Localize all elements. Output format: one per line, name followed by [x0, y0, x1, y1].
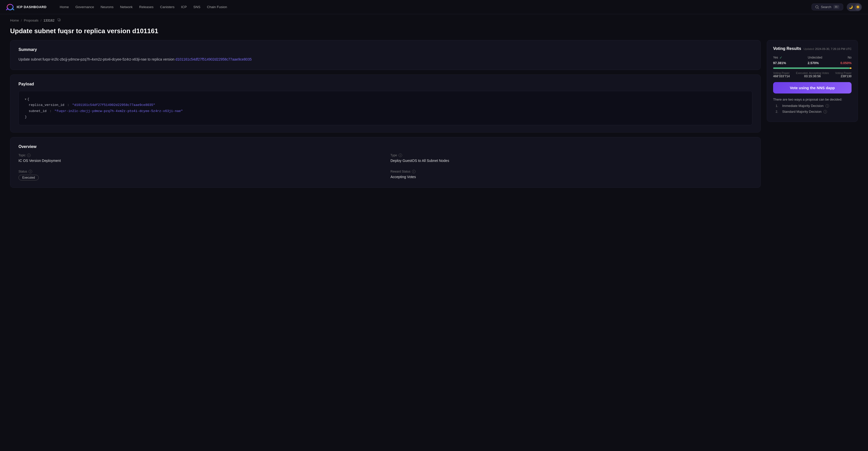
vote-power-row: Voting Power 468'333'714 Executed, Accep… [773, 72, 851, 78]
updated-label: Updated [803, 47, 814, 50]
decision-2-info-icon[interactable]: i [824, 110, 827, 114]
nav-home[interactable]: Home [57, 4, 72, 10]
overview-title: Overview [19, 144, 752, 149]
type-label: Type i [391, 153, 752, 157]
undecided-label: Undecided [808, 55, 822, 60]
yes-power-label: Voting Power [773, 72, 790, 75]
yes-bar [773, 67, 849, 69]
nav-governance[interactable]: Governance [72, 4, 97, 10]
search-shortcut: ⌘/ [833, 5, 839, 9]
payload-code: ▼{ replica_version_id : "d101161c54df27f… [19, 91, 752, 125]
logo-link[interactable]: ICP DASHBOARD [6, 3, 46, 11]
no-power-value: 239'130 [835, 75, 851, 78]
nav-icp[interactable]: ICP [178, 4, 190, 10]
overview-grid: Topic i IC OS Version Deployment Type i … [19, 153, 752, 180]
vote-nns-button[interactable]: Vote using the NNS dapp [773, 82, 851, 93]
yes-label: Yes ✓ [773, 55, 782, 60]
nav-right: Search ⌘/ 🌙 ☀️ [812, 3, 862, 11]
topic-value: IC OS Version Deployment [19, 159, 380, 163]
executed-label: Executed, Accepting Votes [796, 72, 829, 75]
decision-num-2: 2. [776, 110, 780, 114]
yes-check-icon: ✓ [779, 55, 782, 60]
reward-label: Reward Status i [391, 170, 752, 173]
yes-power-block: Voting Power 468'333'714 [773, 72, 790, 78]
vote-labels-row: Yes ✓ Undecided No [773, 55, 851, 60]
status-info-icon[interactable]: i [29, 170, 32, 173]
dark-mode-btn[interactable]: 🌙 [847, 4, 854, 10]
payload-card: Payload ▼{ replica_version_id : "d101161… [10, 75, 761, 133]
overview-reward: Reward Status i Accepting Votes [391, 170, 752, 180]
search-icon [815, 5, 819, 9]
overview-status: Status i Executed [19, 170, 380, 180]
no-power-label: Voting Power [835, 72, 851, 75]
summary-card: Summary Update subnet fuqsr-in2lc-zbcjj-… [10, 40, 761, 70]
breadcrumb: Home / Proposals / 133162 [0, 14, 868, 25]
light-mode-btn[interactable]: ☀️ [855, 4, 861, 10]
search-label: Search [821, 5, 831, 9]
search-button[interactable]: Search ⌘/ [812, 4, 843, 10]
summary-text-before: Update subnet fuqsr-in2lc-zbcjj-ydmcw-pz… [19, 57, 175, 61]
main-layout: Summary Update subnet fuqsr-in2lc-zbcjj-… [0, 40, 868, 198]
decision-info-text: There are two ways a proposal can be dec… [773, 97, 851, 101]
copy-id-icon[interactable] [57, 18, 61, 23]
breadcrumb-proposals[interactable]: Proposals [24, 19, 38, 22]
nav-sns[interactable]: SNS [190, 4, 204, 10]
voting-updated: Updated 2024-09-30, 7:26:16 PM UTC [803, 47, 851, 51]
voting-header: Voting Results Updated 2024-09-30, 7:26:… [773, 46, 851, 51]
overview-card: Overview Topic i IC OS Version Deploymen… [10, 137, 761, 188]
nav-network[interactable]: Network [117, 4, 136, 10]
status-badge: Executed [19, 175, 39, 180]
decision-list: 1. Immediate Majority Decision i 2. Stan… [773, 104, 851, 114]
svg-rect-2 [58, 19, 60, 21]
status-value: Executed [19, 175, 380, 180]
decision-num-1: 1. [776, 104, 780, 108]
yes-power-value: 468'333'714 [773, 75, 790, 78]
content-column: Summary Update subnet fuqsr-in2lc-zbcjj-… [10, 40, 761, 188]
sidebar-column: Voting Results Updated 2024-09-30, 7:26:… [767, 40, 858, 126]
breadcrumb-current: 133162 [43, 19, 54, 22]
nav-neurons[interactable]: Neurons [98, 4, 117, 10]
undecided-bar [849, 67, 851, 69]
undecided-pct: 2.570% [808, 61, 819, 65]
summary-version-link[interactable]: d101161c54df27f514902d22958c77aae9ce8035 [175, 57, 252, 61]
payload-replica-id: d101161c54df27f514902d22958c77aae9ce8035 [74, 103, 153, 107]
yes-pct: 97.381% [773, 61, 786, 65]
type-value: Deploy GuestOS to All Subnet Nodes [391, 159, 752, 163]
reward-info-icon[interactable]: i [412, 170, 415, 173]
voting-card: Voting Results Updated 2024-09-30, 7:26:… [767, 40, 858, 122]
navbar: ICP DASHBOARD Home Governance Neurons Ne… [0, 0, 868, 14]
nav-links: Home Governance Neurons Network Releases… [57, 4, 812, 10]
reward-value: Accepting Votes [391, 175, 752, 179]
logo-text: ICP DASHBOARD [17, 5, 46, 9]
updated-date: 2024-09-30, 7:26:16 PM UTC [815, 47, 851, 50]
voting-progress-bar [773, 67, 851, 69]
decision-item-2: 2. Standard Majority Decision i [776, 110, 851, 114]
type-info-icon[interactable]: i [399, 153, 402, 157]
summary-title: Summary [19, 47, 752, 52]
breadcrumb-home[interactable]: Home [10, 19, 19, 22]
executed-time: 03:15:30:56 [796, 75, 829, 78]
topic-info-icon[interactable]: i [27, 153, 31, 157]
executed-block: Executed, Accepting Votes 03:15:30:56 [796, 72, 829, 78]
decision-1-info-icon[interactable]: i [826, 104, 829, 108]
nav-canisters[interactable]: Canisters [157, 4, 177, 10]
payload-subnet-id: fuqsr-in2lc-zbcjj-ydmcw-pzq7h-4xm2z-pto4… [56, 109, 181, 113]
no-power-block: Voting Power 239'130 [835, 72, 851, 78]
nav-chain-fusion[interactable]: Chain Fusion [204, 4, 230, 10]
payload-title: Payload [19, 82, 752, 86]
status-label: Status i [19, 170, 380, 173]
voting-title: Voting Results [773, 46, 801, 51]
summary-text: Update subnet fuqsr-in2lc-zbcjj-ydmcw-pz… [19, 57, 752, 63]
page-title: Update subnet fuqsr to replica version d… [0, 25, 868, 40]
no-pct: 0.050% [840, 61, 851, 65]
overview-topic: Topic i IC OS Version Deployment [19, 153, 380, 163]
nav-releases[interactable]: Releases [136, 4, 156, 10]
breadcrumb-sep-1: / [21, 19, 22, 22]
breadcrumb-sep-2: / [40, 19, 41, 22]
overview-type: Type i Deploy GuestOS to All Subnet Node… [391, 153, 752, 163]
topic-label: Topic i [19, 153, 380, 157]
vote-pcts-row: 97.381% 2.570% 0.050% [773, 61, 851, 65]
collapse-icon[interactable]: ▼ [25, 98, 26, 101]
theme-toggle[interactable]: 🌙 ☀️ [847, 3, 862, 11]
no-label: No [848, 55, 851, 60]
